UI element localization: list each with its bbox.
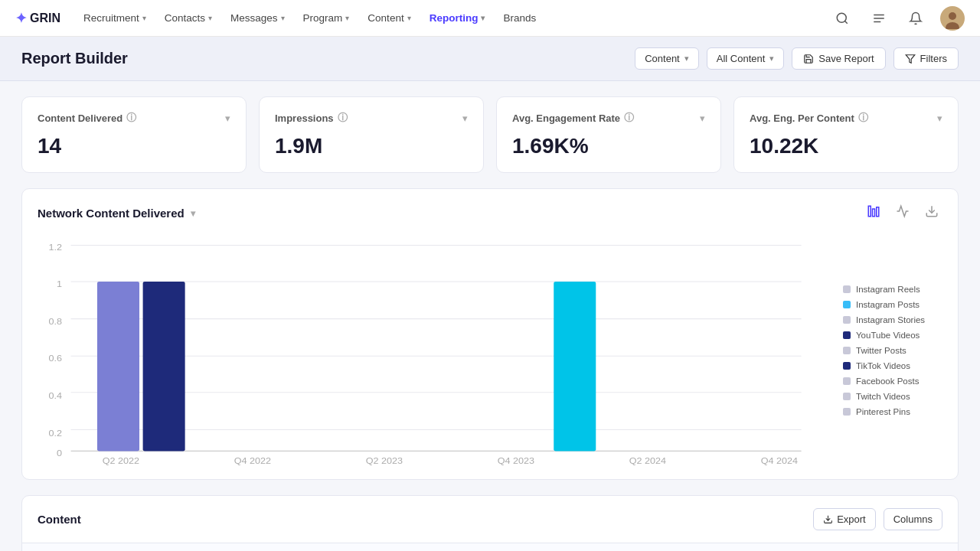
stat-card-impressions: Impressions ⓘ ▾ 1.9M — [259, 96, 484, 173]
svg-text:Q4 2024: Q4 2024 — [761, 456, 799, 465]
export-button[interactable]: Export — [813, 508, 876, 530]
table-actions: Export Columns — [813, 508, 942, 530]
logo-text: GRIN — [30, 11, 60, 25]
svg-text:Q4 2023: Q4 2023 — [498, 456, 535, 465]
svg-text:Q2 2024: Q2 2024 — [629, 456, 667, 465]
export-icon — [823, 514, 833, 524]
expand-icon[interactable]: ▾ — [225, 112, 230, 124]
svg-text:Q2 2022: Q2 2022 — [103, 456, 140, 465]
stat-value-avg-eng-per-content: 10.22K — [750, 134, 942, 158]
col-comments: Comments ⇅ — [440, 543, 560, 551]
nav-program[interactable]: Program ▾ — [296, 8, 358, 28]
nav-messages[interactable]: Messages ▾ — [223, 8, 292, 28]
save-report-button[interactable]: Save Report — [792, 47, 885, 70]
svg-text:1.2: 1.2 — [49, 242, 63, 252]
nav-icons — [830, 6, 965, 31]
info-icon: ⓘ — [624, 111, 634, 125]
main-content: Content Delivered ⓘ ▾ 14 Impressions ⓘ ▾… — [0, 81, 980, 551]
list-icon[interactable] — [867, 6, 891, 31]
table-header: Content Export Columns — [22, 496, 958, 543]
chevron-icon: ▾ — [407, 14, 411, 22]
svg-text:Q2 2023: Q2 2023 — [366, 456, 403, 465]
svg-line-1 — [844, 21, 847, 23]
chart-area: 1.2 1 0.8 0.6 0.4 0.2 0 — [38, 236, 942, 465]
scope-select[interactable]: All Content ▾ — [707, 47, 785, 70]
col-post-url: Post URL — [864, 543, 958, 551]
chart-legend: Instagram Reels Instagram Posts Instagra… — [835, 236, 942, 465]
stat-card-avg-eng-per-content: Avg. Eng. Per Content ⓘ ▾ 10.22K — [733, 96, 959, 173]
stat-value-content-delivered: 14 — [38, 134, 230, 158]
page-header: Report Builder Content ▾ All Content ▾ S… — [0, 37, 980, 81]
nav-brands[interactable]: Brands — [495, 8, 544, 28]
svg-rect-29 — [554, 282, 596, 451]
logo: ✦ GRIN — [15, 10, 60, 27]
line-chart-icon[interactable] — [892, 203, 913, 223]
info-icon: ⓘ — [338, 111, 348, 125]
col-engagement-rate: Engagement Rate ⇅ — [560, 543, 722, 551]
svg-point-0 — [837, 13, 846, 22]
bar-chart-icon[interactable] — [863, 203, 884, 223]
col-contact: Contact ⇅ — [22, 543, 122, 551]
legend-facebook-posts: Facebook Posts — [843, 377, 942, 386]
save-icon — [803, 54, 814, 64]
columns-button[interactable]: Columns — [884, 508, 942, 530]
svg-text:Q4 2022: Q4 2022 — [234, 456, 272, 465]
stat-value-avg-engagement-rate: 1.69K% — [512, 134, 705, 158]
col-likes: Likes ⇅ — [260, 543, 345, 551]
chart-title: Network Content Delivered ▾ — [38, 207, 195, 220]
legend-youtube-videos: YouTube Videos — [843, 331, 942, 340]
filters-button[interactable]: Filters — [893, 47, 959, 70]
legend-instagram-stories: Instagram Stories — [843, 315, 942, 324]
chart-header: Network Content Delivered ▾ — [38, 203, 942, 223]
page-title: Report Builder — [21, 50, 128, 67]
content-table: Contact ⇅ Engagements ⇅ Likes ⇅ Shares ⇅… — [22, 543, 958, 551]
header-controls: Content ▾ All Content ▾ Save Report Filt… — [635, 47, 959, 70]
nav-recruitment[interactable]: Recruitment ▾ — [76, 8, 154, 28]
chart-view-icons — [863, 203, 942, 223]
svg-rect-27 — [97, 282, 139, 451]
logo-star: ✦ — [15, 10, 27, 27]
chevron-icon: ▾ — [142, 14, 146, 22]
svg-point-6 — [949, 12, 956, 20]
svg-marker-8 — [906, 54, 915, 63]
table-section: Content Export Columns Contact ⇅ Engagem… — [21, 495, 959, 551]
chevron-icon: ▾ — [208, 14, 212, 22]
col-posted-date: Posted Date ⇅ — [722, 543, 865, 551]
nav-content[interactable]: Content ▾ — [360, 8, 418, 28]
expand-icon[interactable]: ▾ — [937, 112, 942, 124]
bell-icon[interactable] — [903, 6, 928, 31]
svg-text:1: 1 — [57, 279, 62, 289]
chevron-down-icon: ▾ — [191, 208, 195, 219]
svg-rect-28 — [143, 282, 185, 451]
chevron-icon: ▾ — [345, 14, 349, 22]
filter-icon — [905, 54, 916, 64]
legend-twitch-videos: Twitch Videos — [843, 392, 942, 401]
chevron-icon: ▾ — [481, 14, 485, 22]
nav-reporting[interactable]: Reporting ▾ — [422, 8, 493, 28]
svg-rect-10 — [873, 209, 875, 217]
expand-icon[interactable]: ▾ — [700, 112, 705, 124]
search-icon[interactable] — [830, 6, 854, 31]
legend-tiktok-videos: TikTok Videos — [843, 361, 942, 370]
chevron-icon: ▾ — [281, 14, 285, 22]
info-icon: ⓘ — [858, 111, 868, 125]
chart-plot: 1.2 1 0.8 0.6 0.4 0.2 0 — [38, 236, 828, 465]
legend-twitter-posts: Twitter Posts — [843, 346, 942, 355]
nav-contacts[interactable]: Contacts ▾ — [157, 8, 220, 28]
legend-pinterest-pins: Pinterest Pins — [843, 407, 942, 416]
download-icon[interactable] — [921, 203, 942, 223]
stat-cards: Content Delivered ⓘ ▾ 14 Impressions ⓘ ▾… — [21, 96, 959, 173]
legend-instagram-posts: Instagram Posts — [843, 300, 942, 309]
svg-text:0: 0 — [57, 448, 62, 458]
svg-rect-9 — [868, 206, 871, 217]
stat-value-impressions: 1.9M — [275, 134, 468, 158]
expand-icon[interactable]: ▾ — [462, 112, 468, 124]
svg-text:0.4: 0.4 — [49, 391, 63, 401]
avatar[interactable] — [940, 6, 965, 31]
bar-chart-svg: 1.2 1 0.8 0.6 0.4 0.2 0 — [38, 236, 828, 465]
main-nav: ✦ GRIN Recruitment ▾ Contacts ▾ Messages… — [0, 0, 980, 37]
chevron-down-icon: ▾ — [684, 54, 689, 64]
content-type-select[interactable]: Content ▾ — [635, 47, 699, 70]
table-title: Content — [38, 513, 81, 526]
col-engagements: Engagements ⇅ — [122, 543, 260, 551]
